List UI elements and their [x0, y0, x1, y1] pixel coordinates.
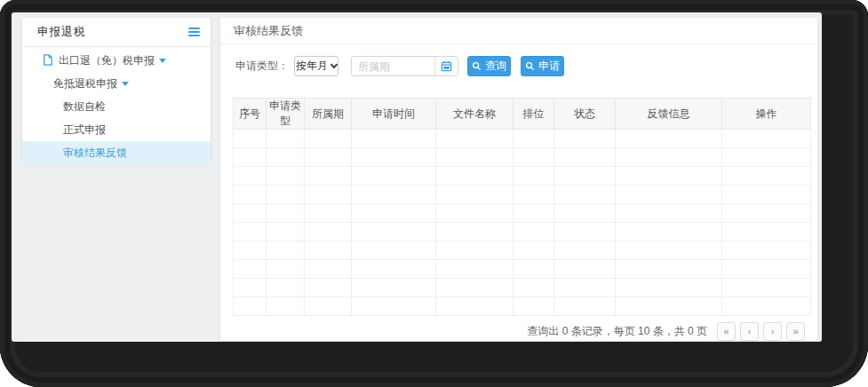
calendar-icon[interactable] [434, 57, 458, 75]
table-row [234, 223, 811, 241]
apply-type-label: 申请类型： [235, 59, 289, 74]
table-cell [616, 223, 722, 241]
table-cell [305, 204, 352, 223]
table-cell [234, 297, 267, 316]
sidebar: 申报退税 出口退（免）税申报 免抵退税申报 数据自检 [22, 18, 211, 162]
sidebar-item-export-tax-refund-declaration[interactable]: 出口退（免）税申报 [22, 49, 211, 72]
table-cell [234, 223, 267, 241]
table-cell [554, 167, 616, 186]
apply-type-select[interactable]: 按年月 [294, 56, 338, 76]
table-cell [234, 241, 267, 260]
table-cell [267, 241, 305, 260]
table-cell [436, 297, 514, 316]
hamburger-menu-icon[interactable] [188, 28, 200, 36]
table-row [234, 204, 811, 223]
column-header: 文件名称 [436, 99, 514, 130]
apply-type-selected-value: 按年月 [296, 59, 328, 74]
table-cell [514, 167, 554, 186]
table-cell [234, 167, 267, 186]
table-cell [234, 130, 267, 148]
table-cell [267, 297, 305, 316]
pagination-next-button[interactable]: › [763, 322, 782, 341]
document-icon [42, 54, 53, 66]
sidebar-item-label: 免抵退税申报 [53, 76, 117, 91]
table-cell [616, 279, 722, 297]
pagination-first-button[interactable]: « [717, 322, 736, 341]
table-cell [616, 260, 722, 279]
table-cell [616, 204, 722, 223]
column-header: 排位 [514, 99, 554, 130]
table-cell [267, 279, 305, 297]
table-cell [267, 186, 305, 204]
chevron-down-icon [330, 61, 338, 68]
table-cell [722, 167, 811, 186]
period-input-group [351, 56, 458, 76]
pagination-summary: 查询出 0 条记录，每页 10 条，共 0 页 [527, 324, 707, 339]
pagination-prev-button[interactable]: ‹ [740, 322, 759, 341]
main-panel-header: 审核结果反馈 [220, 18, 817, 44]
table-cell [514, 204, 554, 223]
table-cell [352, 148, 436, 167]
table-cell [436, 241, 514, 260]
column-header: 反馈信息 [616, 99, 722, 130]
sidebar-item-data-self-check[interactable]: 数据自检 [22, 95, 211, 118]
table-cell [436, 279, 514, 297]
filter-toolbar: 申请类型： 按年月 查询 申请 [220, 44, 817, 76]
table-cell [554, 279, 616, 297]
table-cell [436, 167, 514, 186]
column-header: 操作 [722, 99, 811, 130]
query-button-label: 查询 [485, 59, 506, 74]
page-title: 审核结果反馈 [234, 23, 303, 39]
sidebar-item-review-result-feedback[interactable]: 审核结果反馈 [22, 141, 211, 164]
table-cell [352, 204, 436, 223]
query-button[interactable]: 查询 [467, 56, 511, 76]
table-cell [305, 241, 352, 260]
table-cell [514, 186, 554, 204]
table-cell [352, 130, 436, 148]
table-cell [722, 279, 811, 297]
sidebar-item-label: 数据自检 [63, 99, 106, 115]
table-cell [267, 130, 305, 148]
sidebar-item-exemption-refund-declaration[interactable]: 免抵退税申报 [22, 72, 211, 95]
column-header: 申请类型 [267, 99, 305, 130]
table-cell [305, 260, 352, 279]
table-cell [352, 241, 436, 260]
sidebar-title: 申报退税 [37, 24, 85, 40]
table-cell [514, 241, 554, 260]
table-cell [722, 223, 811, 241]
table-cell [352, 167, 436, 186]
table-cell [722, 260, 811, 279]
table-cell [305, 148, 352, 167]
table-row [234, 241, 811, 260]
period-input[interactable] [352, 57, 434, 75]
sidebar-item-formal-declaration[interactable]: 正式申报 [22, 118, 211, 141]
table-cell [722, 130, 811, 148]
table-cell [616, 297, 722, 316]
apply-button[interactable]: 申请 [521, 56, 564, 76]
chevron-down-icon [122, 82, 129, 86]
table-row [234, 297, 811, 316]
table-cell [305, 186, 352, 204]
table-cell [436, 260, 514, 279]
table-cell [267, 260, 305, 279]
sidebar-header: 申报退税 [22, 18, 211, 47]
table-cell [514, 260, 554, 279]
main-panel: 审核结果反馈 申请类型： 按年月 查询 [220, 18, 817, 341]
table-cell [554, 186, 616, 204]
table-cell [554, 297, 616, 316]
column-header: 序号 [234, 99, 267, 130]
table-cell [616, 130, 722, 148]
table-cell [267, 223, 305, 241]
results-table: 序号 申请类型 所属期 申请时间 文件名称 排位 状态 反馈信息 操作 [233, 98, 811, 316]
table-row [234, 130, 811, 148]
table-row [234, 148, 811, 167]
table-cell [352, 297, 436, 316]
table-cell [514, 148, 554, 167]
table-cell [436, 186, 514, 204]
table-row [234, 167, 811, 186]
sidebar-item-label: 出口退（免）税申报 [59, 53, 155, 68]
table-cell [436, 223, 514, 241]
pagination-last-button[interactable]: » [786, 322, 805, 341]
table-cell [234, 260, 267, 279]
sidebar-item-label: 正式申报 [63, 122, 106, 138]
